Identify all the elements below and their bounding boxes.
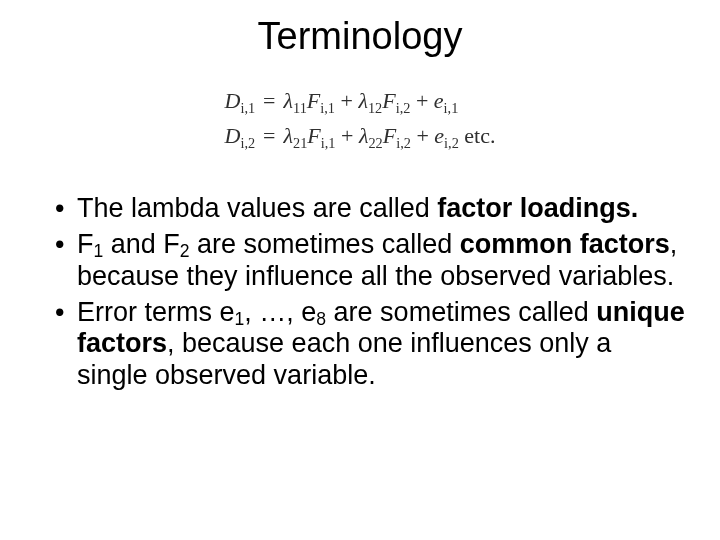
eq1-lhs-var: D bbox=[225, 88, 241, 113]
eq2-t1-coef: λ bbox=[284, 123, 294, 148]
eq1-t1-var-sub: i,1 bbox=[320, 100, 335, 116]
slide: Terminology Di,1 = λ11Fi,1 + λ12Fi,2 + e… bbox=[0, 0, 720, 416]
bullet-2-text-3: are sometimes called bbox=[190, 229, 460, 259]
eq1-t1-var: F bbox=[307, 88, 320, 113]
eq1-t1-coef: λ bbox=[284, 88, 294, 113]
equation-row-2: Di,2 = λ21Fi,1 + λ22Fi,2 + ei,2 etc. bbox=[221, 118, 500, 153]
eq2-trail: etc. bbox=[459, 123, 496, 148]
eq1-t2-var: F bbox=[382, 88, 395, 113]
slide-title: Terminology bbox=[30, 15, 690, 58]
bullet-2-sub-2: 2 bbox=[180, 241, 190, 261]
bullet-2-text-2: and F bbox=[103, 229, 180, 259]
bullet-3-sub-2: 8 bbox=[316, 309, 326, 329]
eq1-t2-var-sub: i,2 bbox=[396, 100, 411, 116]
bullet-3-text-3: are sometimes called bbox=[326, 297, 596, 327]
eq1-t3-var: e bbox=[434, 88, 444, 113]
bullet-2-sub-1: 1 bbox=[94, 241, 104, 261]
eq2-t3-var-sub: i,2 bbox=[444, 135, 459, 151]
bullet-1-text-1: The lambda values are called bbox=[77, 193, 437, 223]
eq2-t1-coef-sub: 21 bbox=[293, 135, 307, 151]
eq2-t1-var: F bbox=[307, 123, 320, 148]
bullet-1: The lambda values are called factor load… bbox=[55, 193, 685, 225]
eq1-t2-coef-sub: 12 bbox=[368, 100, 382, 116]
eq1-t3-var-sub: i,1 bbox=[444, 100, 459, 116]
bullet-2-bold: common factors bbox=[460, 229, 670, 259]
bullet-list: The lambda values are called factor load… bbox=[30, 193, 690, 392]
eq2-t2-coef-sub: 22 bbox=[368, 135, 382, 151]
equation-block: Di,1 = λ11Fi,1 + λ12Fi,2 + ei,1 Di,2 = λ… bbox=[30, 83, 690, 153]
eq2-t1-var-sub: i,1 bbox=[321, 135, 336, 151]
eq2-lhs-sub: i,2 bbox=[240, 135, 255, 151]
eq2-t2-var-sub: i,2 bbox=[396, 135, 411, 151]
eq1-lhs-sub: i,1 bbox=[240, 100, 255, 116]
bullet-3-text-1: Error terms e bbox=[77, 297, 235, 327]
eq1-t2-coef: λ bbox=[358, 88, 368, 113]
bullet-3: Error terms e1, …, e8 are sometimes call… bbox=[55, 297, 685, 393]
equals-sign: = bbox=[259, 83, 279, 118]
bullet-2: F1 and F2 are sometimes called common fa… bbox=[55, 229, 685, 293]
equation-row-1: Di,1 = λ11Fi,1 + λ12Fi,2 + ei,1 bbox=[221, 83, 500, 118]
eq2-lhs-var: D bbox=[225, 123, 241, 148]
bullet-3-sub-1: 1 bbox=[235, 309, 245, 329]
eq2-t3-var: e bbox=[434, 123, 444, 148]
bullet-2-text-1: F bbox=[77, 229, 94, 259]
eq2-t2-var: F bbox=[383, 123, 396, 148]
bullet-3-text-2: , …, e bbox=[244, 297, 316, 327]
eq1-t1-coef-sub: 11 bbox=[293, 100, 307, 116]
bullet-1-bold: factor loadings. bbox=[437, 193, 638, 223]
equals-sign: = bbox=[259, 118, 279, 153]
